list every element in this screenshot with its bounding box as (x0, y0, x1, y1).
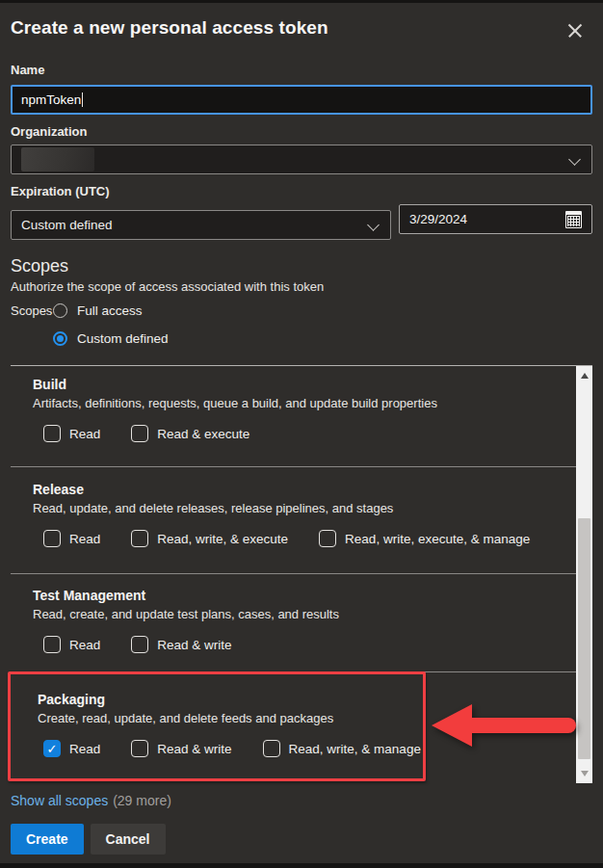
organization-redacted-value (21, 147, 94, 171)
permission-label: Read (69, 427, 100, 441)
checkbox-icon[interactable] (319, 530, 336, 547)
scope-section: Build Artifacts, definitions, requests, … (11, 366, 576, 466)
checkbox-icon[interactable] (131, 740, 148, 757)
scopes-radio-caption: Scopes (11, 300, 53, 350)
scope-description: Read, create, and update test plans, cas… (33, 606, 568, 623)
create-pat-dialog: Create a new personal access token Name … (0, 3, 603, 863)
checkbox-icon[interactable] (43, 636, 61, 653)
scope-list: Build Artifacts, definitions, requests, … (11, 365, 592, 783)
permission-label: Read & write (157, 742, 231, 756)
calendar-icon (565, 211, 582, 228)
permission-option[interactable]: Read (43, 530, 100, 547)
scope-description: Read, update, and delete releases, relea… (33, 500, 568, 517)
scrollbar-up-arrow-icon[interactable] (576, 368, 592, 383)
chevron-down-icon (568, 153, 581, 166)
permission-option[interactable]: Read & write (131, 740, 231, 757)
permission-label: Read, write, execute, & manage (345, 532, 530, 546)
chevron-down-icon (367, 219, 380, 231)
permission-row: ReadRead & writeRead, write, & manage (43, 740, 568, 757)
expiration-date-input[interactable]: 3/29/2024 (399, 204, 592, 234)
checkbox-icon[interactable] (131, 530, 148, 547)
radio-label: Custom defined (77, 331, 169, 346)
checkbox-checked-icon[interactable] (43, 740, 61, 757)
expiration-label: Expiration (UTC) (11, 184, 592, 198)
permission-option[interactable]: Read & execute (131, 425, 249, 442)
permission-option[interactable]: Read, write, & execute (131, 530, 288, 547)
close-icon[interactable] (563, 18, 588, 43)
scrollbar-down-arrow-icon[interactable] (576, 766, 592, 781)
dialog-header: Create a new personal access token (0, 3, 603, 39)
scope-section: Test Management Read, create, and update… (11, 573, 576, 671)
scope-title: Release (33, 481, 568, 499)
permission-option[interactable]: Read (43, 740, 100, 757)
permission-label: Read & write (157, 638, 231, 652)
scope-title: Build (33, 376, 568, 394)
scope-title: Packaging (38, 691, 568, 709)
scope-title: Test Management (33, 587, 568, 605)
scopes-subheading: Authorize the scope of access associated… (11, 279, 592, 294)
radio-label: Full access (77, 303, 143, 318)
permission-label: Read & execute (157, 427, 249, 441)
dialog-content: Name npmToken Organization Expiration (U… (0, 63, 603, 855)
dialog-title: Create a new personal access token (11, 17, 586, 39)
checkbox-icon[interactable] (131, 425, 148, 442)
scope-description: Artifacts, definitions, requests, queue … (33, 395, 568, 412)
permission-option[interactable]: Read, write, execute, & manage (319, 530, 530, 547)
cancel-button[interactable]: Cancel (91, 824, 166, 855)
permission-row: ReadRead & write (43, 636, 568, 653)
name-input-value: npmToken (21, 92, 81, 107)
radio-icon[interactable] (53, 303, 67, 318)
permission-label: Read (69, 742, 100, 756)
checkbox-icon[interactable] (263, 740, 280, 757)
scope-description: Create, read, update, and delete feeds a… (38, 710, 568, 727)
radio-full-access[interactable]: Full access (53, 300, 169, 322)
name-label: Name (11, 63, 592, 77)
permission-option[interactable]: Read (43, 425, 100, 442)
create-button[interactable]: Create (11, 824, 84, 855)
permission-label: Read (69, 638, 100, 652)
permission-row: ReadRead & execute (43, 425, 568, 442)
scope-section: Release Read, update, and delete release… (11, 466, 576, 573)
scrollbar-thumb[interactable] (578, 518, 590, 759)
permission-row: ReadRead, write, & executeRead, write, e… (43, 530, 568, 547)
name-input[interactable]: npmToken (11, 85, 592, 115)
permission-option[interactable]: Read (43, 636, 100, 653)
checkbox-icon[interactable] (43, 425, 61, 442)
scope-section: Packaging Create, read, update, and dele… (11, 671, 576, 783)
expiration-dropdown-value: Custom defined (21, 218, 113, 232)
more-scopes-count: (29 more) (113, 793, 171, 808)
footer-link-row: Show all scopes(29 more) (11, 793, 592, 808)
button-row: Create Cancel (11, 824, 592, 855)
expiration-dropdown[interactable]: Custom defined (11, 210, 391, 240)
expiration-row: Custom defined 3/29/2024 (11, 204, 592, 240)
scope-sections: Build Artifacts, definitions, requests, … (11, 366, 576, 783)
organization-dropdown[interactable] (11, 145, 592, 174)
permission-label: Read, write, & manage (289, 742, 421, 756)
radio-selected-icon[interactable] (53, 331, 67, 346)
checkbox-icon[interactable] (131, 636, 148, 653)
organization-label: Organization (11, 124, 592, 139)
scrollbar[interactable] (576, 366, 592, 783)
scopes-radio-group: Scopes Full access Custom defined (11, 300, 592, 350)
permission-option[interactable]: Read, write, & manage (263, 740, 421, 757)
text-cursor (82, 92, 83, 107)
show-all-scopes-link[interactable]: Show all scopes (11, 793, 108, 808)
permission-option[interactable]: Read & write (131, 636, 231, 653)
expiration-date-value: 3/29/2024 (409, 212, 467, 226)
permission-label: Read (69, 532, 100, 546)
radio-custom-defined[interactable]: Custom defined (53, 328, 169, 350)
permission-label: Read, write, & execute (157, 532, 288, 546)
checkbox-icon[interactable] (43, 530, 61, 547)
scopes-heading: Scopes (11, 256, 592, 276)
